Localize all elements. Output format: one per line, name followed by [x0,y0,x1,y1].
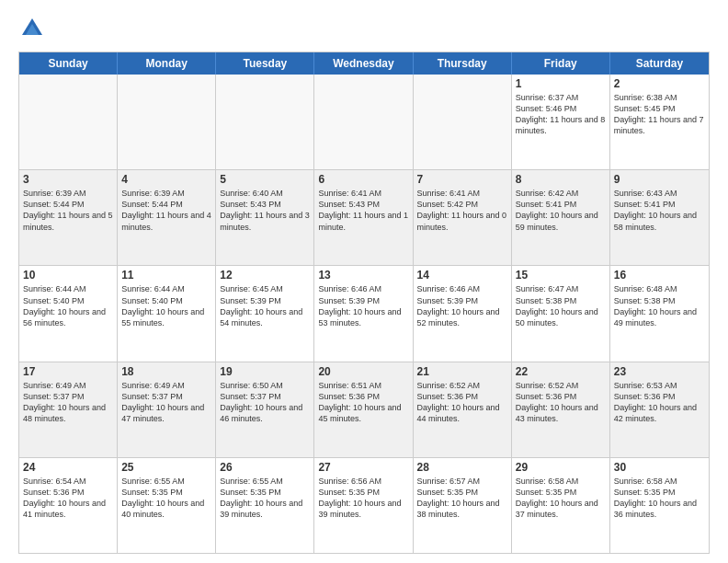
calendar-cell [216,75,314,169]
calendar-cell: 2Sunrise: 6:38 AM Sunset: 5:45 PM Daylig… [610,75,709,169]
calendar-cell: 24Sunrise: 6:54 AM Sunset: 5:36 PM Dayli… [19,458,118,553]
day-number: 18 [121,365,211,378]
day-number: 11 [121,269,211,282]
day-info: Sunrise: 6:42 AM Sunset: 5:41 PM Dayligh… [516,188,606,233]
day-number: 5 [220,173,310,186]
page: SundayMondayTuesdayWednesdayThursdayFrid… [0,0,728,563]
day-info: Sunrise: 6:45 AM Sunset: 5:39 PM Dayligh… [220,283,310,328]
day-number: 17 [23,365,113,378]
day-number: 6 [318,173,408,186]
calendar-cell: 20Sunrise: 6:51 AM Sunset: 5:36 PM Dayli… [314,362,413,457]
day-number: 3 [23,173,113,186]
day-number: 8 [516,173,606,186]
day-number: 12 [220,269,310,282]
calendar-row-4: 17Sunrise: 6:49 AM Sunset: 5:37 PM Dayli… [19,362,709,457]
calendar-cell: 18Sunrise: 6:49 AM Sunset: 5:37 PM Dayli… [118,362,216,457]
day-info: Sunrise: 6:46 AM Sunset: 5:39 PM Dayligh… [318,283,408,328]
day-info: Sunrise: 6:39 AM Sunset: 5:44 PM Dayligh… [121,188,211,233]
calendar-cell: 26Sunrise: 6:55 AM Sunset: 5:35 PM Dayli… [216,458,314,553]
day-info: Sunrise: 6:44 AM Sunset: 5:40 PM Dayligh… [23,283,113,328]
day-number: 30 [614,461,705,474]
calendar-cell [314,75,413,169]
day-info: Sunrise: 6:40 AM Sunset: 5:43 PM Dayligh… [220,188,310,233]
day-number: 22 [516,365,606,378]
calendar-cell: 1Sunrise: 6:37 AM Sunset: 5:46 PM Daylig… [512,75,610,169]
day-info: Sunrise: 6:56 AM Sunset: 5:35 PM Dayligh… [318,476,408,521]
day-number: 20 [318,365,408,378]
calendar-cell: 12Sunrise: 6:45 AM Sunset: 5:39 PM Dayli… [216,266,314,361]
header-day-thursday: Thursday [414,52,512,75]
calendar-cell: 9Sunrise: 6:43 AM Sunset: 5:41 PM Daylig… [610,170,709,265]
calendar-cell: 14Sunrise: 6:46 AM Sunset: 5:39 PM Dayli… [414,266,512,361]
day-number: 23 [614,365,705,378]
calendar-cell: 10Sunrise: 6:44 AM Sunset: 5:40 PM Dayli… [19,266,118,361]
day-info: Sunrise: 6:49 AM Sunset: 5:37 PM Dayligh… [23,380,113,425]
day-info: Sunrise: 6:44 AM Sunset: 5:40 PM Dayligh… [121,283,211,328]
day-info: Sunrise: 6:55 AM Sunset: 5:35 PM Dayligh… [121,476,211,521]
header-day-sunday: Sunday [19,52,118,75]
calendar-cell: 22Sunrise: 6:52 AM Sunset: 5:36 PM Dayli… [512,362,610,457]
day-number: 10 [23,269,113,282]
day-number: 27 [318,461,408,474]
day-number: 28 [417,461,507,474]
day-number: 29 [516,461,606,474]
calendar-cell: 5Sunrise: 6:40 AM Sunset: 5:43 PM Daylig… [216,170,314,265]
calendar-cell [19,75,118,169]
day-info: Sunrise: 6:39 AM Sunset: 5:44 PM Dayligh… [23,188,113,233]
calendar-cell: 8Sunrise: 6:42 AM Sunset: 5:41 PM Daylig… [512,170,610,265]
calendar-cell: 25Sunrise: 6:55 AM Sunset: 5:35 PM Dayli… [118,458,216,553]
day-number: 24 [23,461,113,474]
header-day-saturday: Saturday [610,52,709,75]
day-info: Sunrise: 6:53 AM Sunset: 5:36 PM Dayligh… [614,380,705,425]
calendar-body: 1Sunrise: 6:37 AM Sunset: 5:46 PM Daylig… [19,75,709,553]
day-number: 13 [318,269,408,282]
calendar-cell: 16Sunrise: 6:48 AM Sunset: 5:38 PM Dayli… [610,266,709,361]
day-info: Sunrise: 6:51 AM Sunset: 5:36 PM Dayligh… [318,380,408,425]
calendar-cell: 4Sunrise: 6:39 AM Sunset: 5:44 PM Daylig… [118,170,216,265]
day-info: Sunrise: 6:41 AM Sunset: 5:42 PM Dayligh… [417,188,507,233]
calendar-row-3: 10Sunrise: 6:44 AM Sunset: 5:40 PM Dayli… [19,265,709,361]
day-number: 19 [220,365,310,378]
day-info: Sunrise: 6:37 AM Sunset: 5:46 PM Dayligh… [516,92,606,137]
calendar-cell: 6Sunrise: 6:41 AM Sunset: 5:43 PM Daylig… [314,170,413,265]
calendar-cell: 21Sunrise: 6:52 AM Sunset: 5:36 PM Dayli… [414,362,512,457]
day-info: Sunrise: 6:55 AM Sunset: 5:35 PM Dayligh… [220,476,310,521]
day-number: 26 [220,461,310,474]
day-info: Sunrise: 6:52 AM Sunset: 5:36 PM Dayligh… [417,380,507,425]
day-number: 1 [516,77,606,90]
calendar-header: SundayMondayTuesdayWednesdayThursdayFrid… [19,52,709,75]
calendar-cell: 29Sunrise: 6:58 AM Sunset: 5:35 PM Dayli… [512,458,610,553]
calendar-cell [118,75,216,169]
calendar-row-5: 24Sunrise: 6:54 AM Sunset: 5:36 PM Dayli… [19,457,709,553]
calendar-cell: 11Sunrise: 6:44 AM Sunset: 5:40 PM Dayli… [118,266,216,361]
calendar-row-2: 3Sunrise: 6:39 AM Sunset: 5:44 PM Daylig… [19,169,709,265]
header [18,15,710,42]
calendar-cell: 15Sunrise: 6:47 AM Sunset: 5:38 PM Dayli… [512,266,610,361]
calendar-cell: 3Sunrise: 6:39 AM Sunset: 5:44 PM Daylig… [19,170,118,265]
day-number: 4 [121,173,211,186]
day-number: 21 [417,365,507,378]
header-day-monday: Monday [118,52,216,75]
day-info: Sunrise: 6:54 AM Sunset: 5:36 PM Dayligh… [23,476,113,521]
day-info: Sunrise: 6:48 AM Sunset: 5:38 PM Dayligh… [614,283,705,328]
header-day-tuesday: Tuesday [216,52,314,75]
day-info: Sunrise: 6:46 AM Sunset: 5:39 PM Dayligh… [417,283,507,328]
logo [18,15,51,42]
day-info: Sunrise: 6:43 AM Sunset: 5:41 PM Dayligh… [614,188,705,233]
calendar-cell: 27Sunrise: 6:56 AM Sunset: 5:35 PM Dayli… [314,458,413,553]
calendar-cell: 23Sunrise: 6:53 AM Sunset: 5:36 PM Dayli… [610,362,709,457]
header-day-wednesday: Wednesday [314,52,413,75]
day-info: Sunrise: 6:58 AM Sunset: 5:35 PM Dayligh… [516,476,606,521]
day-info: Sunrise: 6:57 AM Sunset: 5:35 PM Dayligh… [417,476,507,521]
day-number: 25 [121,461,211,474]
day-number: 15 [516,269,606,282]
calendar-cell: 17Sunrise: 6:49 AM Sunset: 5:37 PM Dayli… [19,362,118,457]
calendar: SundayMondayTuesdayWednesdayThursdayFrid… [18,52,710,554]
day-info: Sunrise: 6:52 AM Sunset: 5:36 PM Dayligh… [516,380,606,425]
day-info: Sunrise: 6:41 AM Sunset: 5:43 PM Dayligh… [318,188,408,233]
day-number: 2 [614,77,705,90]
day-info: Sunrise: 6:58 AM Sunset: 5:35 PM Dayligh… [614,476,705,521]
calendar-cell: 30Sunrise: 6:58 AM Sunset: 5:35 PM Dayli… [610,458,709,553]
day-info: Sunrise: 6:49 AM Sunset: 5:37 PM Dayligh… [121,380,211,425]
day-number: 14 [417,269,507,282]
